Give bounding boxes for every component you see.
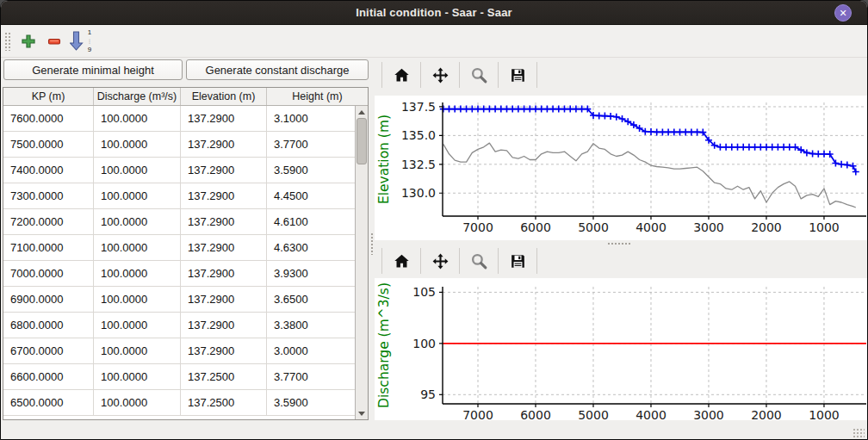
svg-text:1000: 1000 <box>809 220 840 234</box>
table-cell[interactable]: 6700.0000 <box>3 338 94 363</box>
table-cell[interactable]: 100.0000 <box>94 313 181 338</box>
table-cell[interactable]: 3.9300 <box>267 261 355 286</box>
table-cell[interactable]: 100.0000 <box>94 209 181 234</box>
table-cell[interactable]: 7000.0000 <box>3 261 94 286</box>
table-row: 7400.0000100.0000137.29003.5900 <box>3 158 355 183</box>
save-button[interactable] <box>505 63 530 87</box>
series-water-surface-elevation <box>443 109 856 172</box>
svg-text:5000: 5000 <box>578 408 609 420</box>
resize-grip[interactable] <box>852 428 865 438</box>
table-cell[interactable]: 4.6300 <box>267 235 355 260</box>
table-row: 6900.0000100.0000137.29003.6500 <box>3 287 355 313</box>
toolbar-separator <box>420 62 421 88</box>
table-cell[interactable]: 3.0000 <box>267 338 355 363</box>
discharge-chart-canvas[interactable]: 700060005000400030002000100010510095Disc… <box>375 278 867 420</box>
table-cell[interactable]: 137.2900 <box>181 158 267 183</box>
close-button[interactable]: ✕ <box>834 4 852 22</box>
table-cell[interactable]: 3.6500 <box>267 287 355 312</box>
button-label: Generate constant discharge <box>206 64 350 77</box>
table-scrollbar[interactable] <box>355 106 368 419</box>
table-cell[interactable]: 3.1000 <box>267 106 355 131</box>
table-cell[interactable]: 100.0000 <box>94 364 181 389</box>
save-icon <box>509 252 527 270</box>
zoom-button[interactable] <box>467 63 491 87</box>
table-cell[interactable]: 100.0000 <box>94 338 181 363</box>
table-cell[interactable]: 4.4500 <box>267 183 355 208</box>
svg-text:2000: 2000 <box>751 408 782 420</box>
table-cell[interactable]: 100.0000 <box>94 132 181 157</box>
column-header-0[interactable]: KP (m) <box>3 88 94 105</box>
table-cell[interactable]: 3.7700 <box>267 364 355 389</box>
splitter-grip-dots <box>607 242 631 245</box>
home-icon <box>393 66 411 84</box>
scroll-down-button[interactable] <box>356 407 368 419</box>
table-cell[interactable]: 137.2900 <box>181 132 267 157</box>
save-icon <box>509 66 527 84</box>
table-cell[interactable]: 7400.0000 <box>3 158 94 183</box>
table-cell[interactable]: 137.2900 <box>181 313 267 338</box>
y-axis-label: Discharge (m^3/s) <box>376 282 392 408</box>
sort-rows-button[interactable]: 1 ⋮ 9 <box>70 29 92 53</box>
column-header-2[interactable]: Elevation (m) <box>181 88 267 105</box>
table-cell[interactable]: 137.2900 <box>181 287 267 312</box>
vertical-splitter[interactable] <box>369 58 374 420</box>
svg-text:6000: 6000 <box>520 408 551 420</box>
table-cell[interactable]: 100.0000 <box>94 390 181 415</box>
table-cell[interactable]: 100.0000 <box>94 287 181 312</box>
table-row: 6600.0000100.0000137.25003.7700 <box>3 364 355 390</box>
table-cell[interactable]: 7600.0000 <box>3 106 94 131</box>
table-cell[interactable]: 3.5900 <box>267 158 355 183</box>
toolbar-grip-handle[interactable] <box>4 32 11 51</box>
toolbar-separator <box>420 248 421 274</box>
column-header-1[interactable]: Discharge (m³/s) <box>94 88 181 105</box>
save-button[interactable] <box>505 249 530 273</box>
svg-text:105: 105 <box>412 285 436 299</box>
table-cell[interactable]: 7500.0000 <box>3 132 94 157</box>
table-cell[interactable]: 6900.0000 <box>3 287 94 312</box>
pan-icon <box>431 252 450 270</box>
table-cell[interactable]: 137.2900 <box>181 106 267 131</box>
home-button[interactable] <box>389 249 413 273</box>
table-cell[interactable]: 6800.0000 <box>3 313 94 338</box>
elevation-chart-canvas[interactable]: 7000600050004000300020001000137.5135.013… <box>375 96 867 240</box>
table-cell[interactable]: 4.6100 <box>267 209 355 234</box>
table-cell[interactable]: 100.0000 <box>94 106 181 131</box>
table-cell[interactable]: 137.2900 <box>181 209 267 234</box>
table-cell[interactable]: 137.2900 <box>181 235 267 260</box>
pan-button[interactable] <box>428 249 452 273</box>
table-cell[interactable]: 137.2900 <box>181 338 267 363</box>
table-cell[interactable]: 7100.0000 <box>3 235 94 260</box>
table-cell[interactable]: 137.2900 <box>181 183 267 208</box>
toolbar-separator <box>498 248 499 274</box>
generate-constant-discharge-button[interactable]: Generate constant discharge <box>186 59 369 80</box>
scroll-up-button[interactable] <box>356 106 368 118</box>
table-cell[interactable]: 7300.0000 <box>3 183 94 208</box>
table-cell[interactable]: 137.2500 <box>181 364 267 389</box>
table-cell[interactable]: 7200.0000 <box>3 209 94 234</box>
toolbar-separator <box>536 62 537 88</box>
table-cell[interactable]: 3.3800 <box>267 313 355 338</box>
table-cell[interactable]: 100.0000 <box>94 158 181 183</box>
zoom-button[interactable] <box>467 249 491 273</box>
home-button[interactable] <box>389 63 413 87</box>
add-row-button[interactable] <box>18 31 39 52</box>
table-cell[interactable]: 137.2500 <box>181 390 267 415</box>
table-cell[interactable]: 3.7700 <box>267 132 355 157</box>
plus-icon <box>20 33 37 50</box>
column-header-3[interactable]: Height (m) <box>267 88 368 105</box>
table-cell[interactable]: 137.2900 <box>181 261 267 286</box>
svg-text:137.5: 137.5 <box>401 100 436 114</box>
table-cell[interactable]: 100.0000 <box>94 183 181 208</box>
toolbar-separator <box>459 248 460 274</box>
sort-arrow-down-icon <box>70 29 84 53</box>
scrollbar-thumb[interactable] <box>356 118 367 164</box>
table-cell[interactable]: 100.0000 <box>94 261 181 286</box>
remove-row-button[interactable] <box>44 31 65 52</box>
titlebar[interactable]: Initial condition - Saar - Saar ✕ <box>1 1 867 25</box>
generate-minimal-height-button[interactable]: Generate minimal height <box>3 59 183 80</box>
table-cell[interactable]: 3.5900 <box>267 390 355 415</box>
table-cell[interactable]: 6500.0000 <box>3 390 94 415</box>
table-cell[interactable]: 100.0000 <box>94 235 181 260</box>
pan-button[interactable] <box>428 63 452 87</box>
table-cell[interactable]: 6600.0000 <box>3 364 94 389</box>
